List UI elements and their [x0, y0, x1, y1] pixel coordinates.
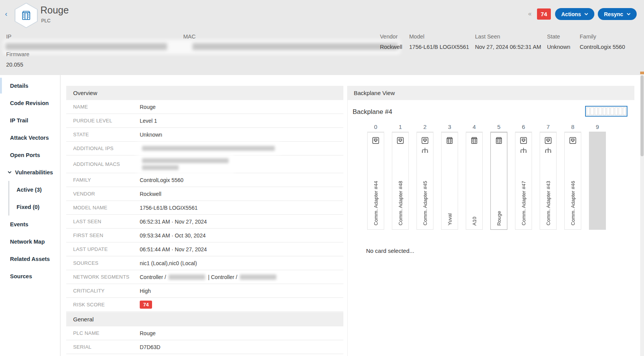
sidebar-item-vulnerabilities[interactable]: Vulnerabilities — [0, 164, 60, 181]
table-row-value: 74 — [140, 301, 152, 309]
slot-card-label: Comm. Adapter #43 — [545, 181, 551, 226]
ethernet-port-icon — [371, 136, 380, 146]
vendor-value: Rockwell — [380, 44, 402, 50]
back-icon[interactable]: ‹ — [5, 10, 7, 18]
page-header: ‹ Rouge PLC « 74 Actions Resync IP MAC F… — [0, 0, 644, 75]
slot-number: 0 — [367, 122, 384, 132]
table-row-value — [140, 157, 231, 171]
table-row-label: LAST UPDATE — [73, 246, 140, 252]
slot-number: 7 — [540, 122, 557, 132]
table-row-additional-macs: ADDITIONAL MACS — [66, 155, 343, 173]
table-section-header-general: General — [66, 312, 343, 326]
table-row-purdue-level: PURDUE LEVELLevel 1 — [66, 114, 343, 128]
table-row-label: VENDOR — [73, 191, 140, 197]
redacted-value — [140, 145, 277, 152]
slot-card-comm-adapter-45[interactable]: Comm. Adapter #45 — [417, 132, 433, 230]
sidebar-item-open-ports[interactable]: Open Ports — [0, 146, 60, 164]
mini-selector-slot — [603, 107, 606, 115]
slot-number: 4 — [466, 122, 483, 132]
slot-card-yuval[interactable]: Yuval — [441, 132, 458, 230]
slot-card-icons — [470, 136, 478, 146]
slot-card-comm-adapter-46[interactable]: Comm. Adapter #46 — [564, 132, 581, 230]
table-row-risk-score: RISK SCORE74 — [66, 298, 343, 312]
slot-card-a10[interactable]: A10 — [466, 132, 483, 230]
table-row-name: NAMERouge — [66, 100, 343, 114]
table-row-label: ADDITIONAL MACS — [73, 161, 140, 167]
slot-card-icons — [371, 136, 380, 146]
sidebar-item-ip-trail[interactable]: IP Trail — [0, 112, 60, 129]
sidebar-item-active-3[interactable]: Active (3) — [0, 181, 60, 198]
table-row-first-seen: FIRST SEEN09:53:34 AM · Oct 30, 2024 — [66, 229, 343, 242]
sidebar-item-network-map[interactable]: Network Map — [0, 233, 60, 250]
table-row-value: Unknown — [140, 132, 162, 138]
table-row-label: NETWORK SEGMENTS — [73, 274, 140, 280]
slot-card-icons — [396, 136, 405, 146]
table-row-label: SOURCES — [73, 260, 140, 266]
slot-card-label: Comm. Adapter #44 — [373, 181, 379, 226]
ethernet-port-icon — [569, 136, 577, 146]
table-row-value: nic1 (Local),nic0 (Local) — [140, 260, 197, 266]
family-label: Family — [580, 33, 596, 40]
slot-card-label: A10 — [472, 217, 477, 226]
table-row-label: ADDITIONAL IPS — [73, 145, 140, 151]
table-row-label: PURDUE LEVEL — [73, 118, 140, 124]
backplane-slot-6: 6Comm. Adapter #47 — [515, 122, 532, 230]
table-row-network-segments: NETWORK SEGMENTSController / | Controlle… — [66, 270, 343, 284]
slot-number: 6 — [515, 122, 532, 132]
table-row-vendor: VENDORRockwell — [66, 187, 343, 201]
table-row-serial: SERIALD7D63D — [66, 340, 343, 354]
slot-card-rouge[interactable]: Rouge — [490, 132, 507, 230]
table-row-label: PLC NAME — [73, 330, 140, 336]
scrollbar-thumb[interactable] — [641, 75, 644, 156]
plc-icon — [445, 136, 454, 146]
slot-card-icons — [519, 136, 528, 155]
slot-card-label: Comm. Adapter #46 — [570, 181, 576, 226]
table-row-label: FAMILY — [73, 177, 140, 183]
table-row-value: 06:52:31 AM · Nov 27, 2024 — [140, 219, 207, 225]
table-row-criticality: CRITICALITYHigh — [66, 284, 343, 298]
state-value: Unknown — [547, 44, 570, 50]
table-row-label: CRITICALITY — [73, 288, 140, 294]
table-row-sources: SOURCESnic1 (Local),nic0 (Local) — [66, 256, 343, 270]
slot-card-icons — [421, 136, 429, 155]
backplane-slot-1: 1Comm. Adapter #48 — [392, 122, 409, 230]
sidebar-item-label: Code Revision — [10, 100, 49, 106]
sidebar-item-related-assets[interactable]: Related Assets — [0, 250, 60, 267]
slot-card-label: Yuval — [447, 213, 453, 226]
asset-type-label: PLC — [41, 18, 50, 23]
network-tree-icon — [519, 147, 528, 155]
sidebar-item-events[interactable]: Events — [0, 216, 60, 233]
sidebar-item-fixed-0[interactable]: Fixed (0) — [0, 198, 60, 216]
last-seen-value: Nov 27, 2024 06:52:31 AM — [475, 44, 541, 50]
table-row-last-update: LAST UPDATE06:51:44 AM · Nov 27, 2024 — [66, 242, 343, 256]
sidebar-item-code-revision[interactable]: Code Revision — [0, 94, 60, 112]
slot-card-icons — [569, 136, 577, 146]
backplane-mini-selector[interactable] — [585, 106, 627, 117]
slot-card-comm-adapter-44[interactable]: Comm. Adapter #44 — [367, 132, 384, 230]
collapse-panel-icon[interactable]: « — [528, 10, 532, 17]
actions-button-label: Actions — [561, 11, 581, 17]
resync-button[interactable]: Resync — [598, 8, 637, 20]
sidebar-item-details[interactable]: Details — [0, 77, 60, 94]
overview-table: NAMERougePURDUE LEVELLevel 1STATEUnknown… — [66, 100, 343, 354]
table-row-value: Rouge — [140, 330, 156, 336]
backplane-panel: Backplane View Backplane #4 0Comm. Adapt… — [347, 86, 634, 356]
firmware-value: 20.055 — [6, 62, 23, 68]
table-row-value: Controller / | Controller / — [140, 274, 276, 280]
slot-card-comm-adapter-43[interactable]: Comm. Adapter #43 — [540, 132, 557, 230]
family-value: ControlLogix 5560 — [580, 44, 625, 50]
table-row-label: FIRST SEEN — [73, 232, 140, 238]
table-row-value: Rockwell — [140, 191, 161, 197]
sidebar-item-sources[interactable]: Sources — [0, 267, 60, 285]
table-row-value: 09:53:34 AM · Oct 30, 2024 — [140, 232, 206, 239]
mac-label: MAC — [183, 33, 196, 40]
actions-button[interactable]: Actions — [555, 8, 594, 20]
sidebar-item-label: IP Trail — [10, 117, 28, 124]
no-card-selected-message: No card selected... — [366, 247, 414, 254]
asset-details-page: ‹ Rouge PLC « 74 Actions Resync IP MAC F… — [0, 0, 644, 356]
table-row-value: D7D63D — [140, 344, 161, 350]
slot-card-comm-adapter-48[interactable]: Comm. Adapter #48 — [392, 132, 409, 230]
backplane-slot-8: 8Comm. Adapter #46 — [564, 122, 581, 230]
sidebar-item-attack-vectors[interactable]: Attack Vectors — [0, 129, 60, 146]
slot-card-comm-adapter-47[interactable]: Comm. Adapter #47 — [515, 132, 532, 230]
